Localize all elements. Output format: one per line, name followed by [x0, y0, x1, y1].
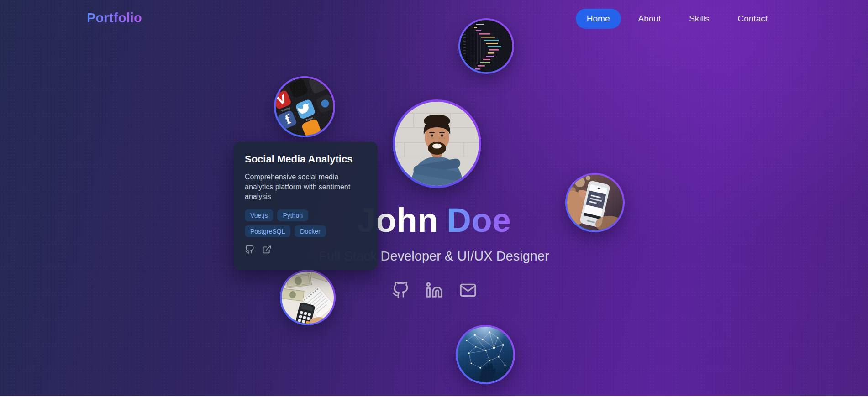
github-icon[interactable]	[245, 245, 254, 254]
github-icon	[392, 282, 409, 299]
project-links	[245, 245, 367, 254]
hero-social-links	[0, 282, 868, 301]
project-tags: Vue.js Python PostgreSQL Docker	[245, 209, 354, 237]
project-bubble-network[interactable]	[456, 325, 515, 384]
nav-item-home[interactable]: Home	[576, 9, 621, 29]
hero-last-name: Doe	[447, 201, 511, 239]
brand-logo[interactable]: Portfolio	[87, 10, 142, 26]
external-link-icon[interactable]	[262, 245, 272, 254]
main-nav: Home About Skills Contact	[576, 9, 779, 29]
nav-item-about[interactable]: About	[627, 9, 672, 29]
profile-avatar	[393, 99, 481, 188]
hero-name: JohnDoe	[0, 202, 868, 239]
project-bubble-social-media[interactable]: V f Twitter Vizzeeg	[274, 76, 335, 137]
nav-item-contact[interactable]: Contact	[727, 9, 779, 29]
code-editor-photo	[460, 20, 512, 72]
linkedin-icon	[426, 282, 443, 299]
tag-vuejs: Vue.js	[245, 209, 273, 221]
tag-python: Python	[277, 209, 308, 221]
project-bubble-code[interactable]	[458, 18, 514, 74]
social-media-apps-photo: V f Twitter Vizzeeg	[276, 78, 333, 136]
tag-postgresql: PostgreSQL	[245, 225, 290, 237]
email-link[interactable]	[459, 282, 477, 301]
linkedin-link[interactable]	[426, 282, 443, 301]
portfolio-hero-page: Portfolio Home About Skills Contact	[0, 0, 868, 397]
profile-photo	[395, 102, 479, 186]
network-visualization-photo	[458, 327, 513, 382]
hero-subtitle: Full Stack Developer & UI/UX Designer	[0, 249, 868, 264]
project-description: Comprehensive social media analytics pla…	[245, 172, 366, 202]
project-tooltip-card: Social Media Analytics Comprehensive soc…	[234, 142, 378, 270]
github-link[interactable]	[392, 282, 409, 301]
nav-item-skills[interactable]: Skills	[678, 9, 720, 29]
mail-icon	[459, 282, 477, 299]
tag-docker: Docker	[295, 225, 326, 237]
project-title: Social Media Analytics	[245, 153, 367, 165]
